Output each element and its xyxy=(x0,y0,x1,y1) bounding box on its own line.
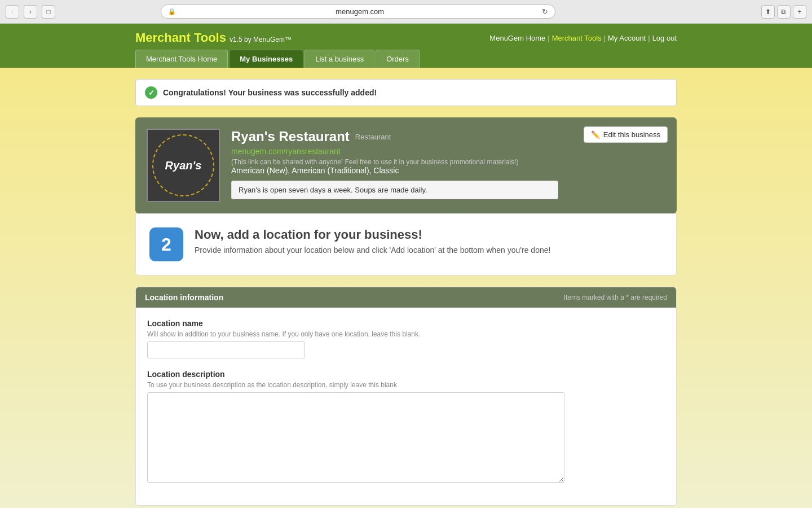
header-top: Merchant Tools v1.5 by MenuGem™ MenuGem … xyxy=(135,30,677,45)
app-title-sub: v1.5 by MenuGem™ xyxy=(230,36,292,43)
tab-list-a-business[interactable]: List a business xyxy=(304,50,374,68)
location-name-label: Location name xyxy=(147,319,665,328)
edit-business-button[interactable]: ✏️ Edit this business xyxy=(584,126,668,143)
menugem-home-link[interactable]: MenuGem Home xyxy=(489,34,545,42)
step-description: Provide information about your location … xyxy=(195,246,550,255)
business-logo-circle: Ryan's xyxy=(152,134,214,196)
tab-merchant-tools-home[interactable]: Merchant Tools Home xyxy=(135,50,228,68)
business-url-note: (This link can be shared with anyone! Fe… xyxy=(231,158,519,166)
step-content: Now, add a location for your business! P… xyxy=(195,227,550,255)
logout-link[interactable]: Log out xyxy=(652,34,677,42)
step-number: 2 xyxy=(161,234,171,255)
business-type: Restaurant xyxy=(355,133,391,141)
step-number-badge: 2 xyxy=(149,227,183,261)
location-description-textarea[interactable] xyxy=(147,392,564,483)
share-button[interactable]: ⬆ xyxy=(761,5,775,19)
tab-orders[interactable]: Orders xyxy=(376,50,420,68)
app-header: Merchant Tools v1.5 by MenuGem™ MenuGem … xyxy=(0,24,812,68)
business-description: Ryan's is open seven days a week. Soups … xyxy=(231,181,558,199)
business-url[interactable]: menugem.com/ryansrestaurant xyxy=(231,147,665,156)
nav-separator-2: | xyxy=(604,34,606,42)
tab-my-businesses[interactable]: My Businesses xyxy=(229,50,303,68)
location-name-input[interactable] xyxy=(147,341,305,358)
edit-button-label: Edit this business xyxy=(603,130,660,139)
business-logo: Ryan's xyxy=(147,129,220,202)
forward-button[interactable]: › xyxy=(24,5,37,19)
business-categories: American (New), American (Traditional), … xyxy=(231,166,665,175)
new-tab-button[interactable]: ⧉ xyxy=(777,5,791,19)
business-logo-text: Ryan's xyxy=(165,159,202,172)
reload-button[interactable]: ↻ xyxy=(542,7,548,16)
business-name: Ryan's Restaurant xyxy=(231,129,350,144)
success-icon: ✓ xyxy=(145,86,157,99)
app-title: Merchant Tools v1.5 by MenuGem™ xyxy=(135,30,292,45)
url-text: menugem.com xyxy=(178,7,542,16)
location-description-label: Location description xyxy=(147,370,665,379)
sidebar-button[interactable]: □ xyxy=(42,5,55,19)
form-header-note: Items marked with a * are required xyxy=(564,294,667,301)
location-description-hint: To use your business description as the … xyxy=(147,381,665,389)
header-nav-links: MenuGem Home | Merchant Tools | My Accou… xyxy=(489,34,677,42)
form-body: Location name Will show in addition to y… xyxy=(136,308,676,505)
nav-separator-1: | xyxy=(548,34,549,42)
nav-separator-3: | xyxy=(648,34,650,42)
form-header-title: Location information xyxy=(145,293,223,302)
step2-card: 2 Now, add a location for your business!… xyxy=(135,213,677,275)
business-card: Ryan's Ryan's Restaurant Restaurant menu… xyxy=(135,117,677,213)
success-text: Congratulations! Your business was succe… xyxy=(163,88,377,97)
location-description-group: Location description To use your busines… xyxy=(147,370,665,483)
add-button[interactable]: + xyxy=(793,5,806,19)
back-button[interactable]: ‹ xyxy=(6,5,19,19)
location-name-group: Location name Will show in addition to y… xyxy=(147,319,665,358)
app-title-main: Merchant Tools xyxy=(135,30,226,45)
edit-icon: ✏️ xyxy=(591,130,600,139)
merchant-tools-link[interactable]: Merchant Tools xyxy=(552,34,602,42)
success-banner: ✓ Congratulations! Your business was suc… xyxy=(135,79,677,106)
nav-tabs: Merchant Tools Home My Businesses List a… xyxy=(135,50,677,68)
page-content: ✓ Congratulations! Your business was suc… xyxy=(0,68,812,508)
step-title: Now, add a location for your business! xyxy=(195,227,550,242)
location-name-hint: Will show in addition to your business n… xyxy=(147,330,665,338)
location-form-container: Location information Items marked with a… xyxy=(135,287,677,506)
form-header: Location information Items marked with a… xyxy=(136,287,676,308)
address-bar[interactable]: 🔒 menugem.com ↻ xyxy=(161,5,555,19)
lock-icon: 🔒 xyxy=(168,8,176,15)
my-account-link[interactable]: My Account xyxy=(608,34,646,42)
browser-chrome: ‹ › □ 🔒 menugem.com ↻ ⬆ ⧉ + xyxy=(0,0,812,24)
business-section: Ryan's Ryan's Restaurant Restaurant menu… xyxy=(135,117,677,275)
browser-actions: ⬆ ⧉ + xyxy=(761,5,806,19)
